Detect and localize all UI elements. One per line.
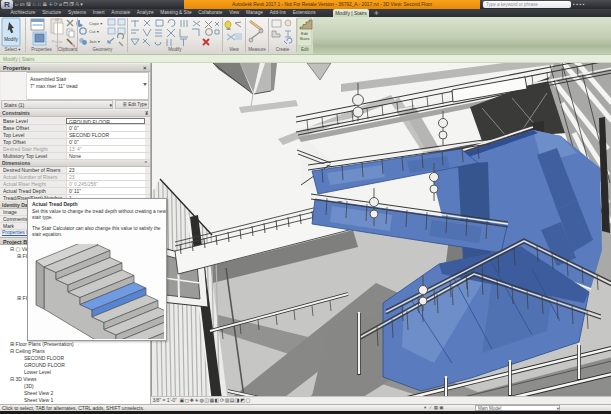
svg-text:Stairs: Stairs <box>299 36 309 41</box>
svg-text:Cope ▾: Cope ▾ <box>89 21 103 26</box>
svg-text:Cut ▾: Cut ▾ <box>89 29 100 34</box>
svg-text:Join ▾: Join ▾ <box>89 39 101 44</box>
svg-text:Modify: Modify <box>4 37 18 42</box>
